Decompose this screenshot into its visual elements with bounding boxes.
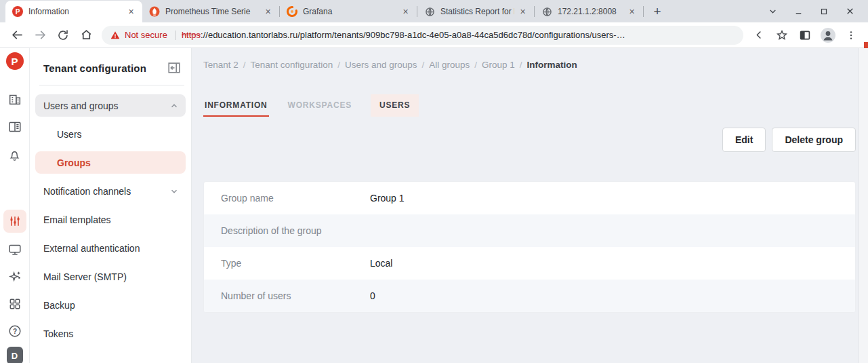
browser-tab-grafana[interactable]: Grafana × bbox=[280, 1, 417, 22]
sidebar-item-external-authentication[interactable]: External authentication bbox=[35, 237, 186, 259]
content-tabs: INFORMATION WORKSPACES USERS bbox=[203, 94, 436, 117]
browser-tab-strip: P Information × Prometheus Time Serie × … bbox=[0, 0, 868, 22]
collapse-sidebar-icon[interactable] bbox=[167, 60, 182, 75]
profile-avatar-icon[interactable] bbox=[819, 26, 838, 45]
breadcrumb-item[interactable]: Tenant 2 bbox=[203, 60, 239, 70]
sidebar: Tenant configuration Users and groups Us… bbox=[30, 48, 192, 363]
group-details-table: Group name Group 1 Description of the gr… bbox=[203, 181, 856, 313]
kebab-menu-icon[interactable] bbox=[842, 26, 861, 45]
close-icon[interactable]: × bbox=[125, 6, 137, 18]
address-bar[interactable]: Not secure https ://education.tantorlabs… bbox=[102, 26, 743, 45]
sliders-icon[interactable] bbox=[3, 210, 26, 233]
browser-tab-statistics[interactable]: Statistics Report for H × bbox=[417, 1, 534, 22]
sidebar-item-mail-server-smtp[interactable]: Mail Server (SMTP) bbox=[35, 265, 186, 288]
tab-workspaces[interactable]: WORKSPACES bbox=[287, 94, 353, 117]
security-status[interactable]: Not secure bbox=[125, 30, 167, 40]
maximize-icon[interactable] bbox=[811, 0, 837, 22]
tab-users[interactable]: USERS bbox=[371, 94, 419, 117]
star-icon[interactable] bbox=[772, 26, 791, 45]
sidebar-item-groups[interactable]: Groups bbox=[35, 151, 186, 174]
browser-toolbar: Not secure https ://education.tantorlabs… bbox=[0, 22, 868, 48]
sidebar-item-email-templates[interactable]: Email templates bbox=[35, 208, 186, 231]
monitor-icon[interactable] bbox=[6, 241, 24, 259]
row-label: Number of users bbox=[204, 290, 370, 301]
table-row: Number of users 0 bbox=[204, 280, 855, 312]
sidebar-item-backup[interactable]: Backup bbox=[35, 294, 186, 316]
breadcrumb-current: Information bbox=[527, 60, 577, 70]
breadcrumb-item[interactable]: Group 1 bbox=[482, 60, 515, 70]
browser-window: P Information × Prometheus Time Serie × … bbox=[0, 0, 868, 363]
home-icon[interactable] bbox=[76, 25, 96, 45]
browser-tab-ip-address[interactable]: 172.21.1.2:8008 × bbox=[535, 1, 643, 22]
chevron-up-icon bbox=[169, 101, 179, 111]
delete-group-button[interactable]: Delete group bbox=[772, 128, 856, 152]
close-icon[interactable]: × bbox=[517, 6, 529, 18]
breadcrumb-item[interactable]: Users and groups bbox=[345, 60, 417, 70]
tantor-logo-icon[interactable]: P bbox=[6, 52, 24, 70]
table-row: Type Local bbox=[204, 247, 855, 280]
breadcrumb-item[interactable]: All groups bbox=[429, 60, 470, 70]
main-content: Tenant 2/ Tenant configuration/ Users an… bbox=[192, 48, 868, 363]
browser-tab-prometheus[interactable]: Prometheus Time Serie × bbox=[142, 1, 279, 22]
share-icon[interactable] bbox=[749, 26, 768, 45]
browser-tab-information[interactable]: P Information × bbox=[5, 1, 142, 22]
forward-icon[interactable] bbox=[30, 25, 50, 45]
tab-title: 172.21.1.2:8008 bbox=[558, 7, 623, 16]
tantor-logo-icon: P bbox=[12, 6, 23, 17]
sidebar-item-notification-channels[interactable]: Notification channels bbox=[35, 180, 186, 202]
window-close-icon[interactable] bbox=[837, 0, 863, 22]
grafana-icon bbox=[287, 6, 297, 17]
svg-text:?: ? bbox=[12, 328, 16, 335]
row-value: 0 bbox=[370, 290, 375, 301]
tab-title: Information bbox=[28, 7, 123, 16]
warning-triangle-icon[interactable] bbox=[110, 30, 121, 41]
apps-grid-icon[interactable] bbox=[6, 295, 24, 313]
window-controls bbox=[760, 0, 868, 22]
omnibox-separator bbox=[175, 31, 176, 40]
tab-search-chevron-icon[interactable] bbox=[760, 0, 785, 22]
globe-icon bbox=[541, 6, 552, 17]
buildings-icon[interactable] bbox=[6, 90, 24, 108]
sidebar-item-users-and-groups[interactable]: Users and groups bbox=[35, 94, 186, 117]
help-icon[interactable]: ? bbox=[6, 322, 24, 340]
sidebar-title: Tenant configuration bbox=[43, 62, 146, 74]
prometheus-icon bbox=[149, 6, 160, 17]
reload-icon[interactable] bbox=[53, 25, 73, 45]
tab-title: Prometheus Time Serie bbox=[165, 7, 260, 16]
tab-divider bbox=[643, 6, 644, 17]
url-text: ://education.tantorlabs.ru/platform/tena… bbox=[201, 30, 625, 40]
row-label: Type bbox=[204, 258, 370, 269]
breadcrumb: Tenant 2/ Tenant configuration/ Users an… bbox=[203, 60, 577, 70]
minimize-icon[interactable] bbox=[785, 0, 811, 22]
breadcrumb-item[interactable]: Tenant configuration bbox=[251, 60, 333, 70]
edit-button[interactable]: Edit bbox=[722, 128, 766, 152]
bell-icon[interactable] bbox=[6, 146, 24, 164]
back-icon[interactable] bbox=[7, 25, 27, 45]
close-icon[interactable]: × bbox=[262, 6, 274, 18]
close-icon[interactable]: × bbox=[400, 6, 411, 18]
tab-title: Grafana bbox=[303, 7, 397, 16]
side-panel-icon[interactable] bbox=[795, 26, 814, 45]
row-value: Group 1 bbox=[370, 193, 405, 204]
close-icon[interactable]: × bbox=[626, 6, 638, 18]
sidebar-item-tokens[interactable]: Tokens bbox=[35, 322, 186, 345]
sparkles-icon[interactable] bbox=[6, 268, 24, 286]
docs-book-icon[interactable] bbox=[6, 118, 24, 136]
sidebar-item-users[interactable]: Users bbox=[35, 123, 186, 145]
row-value: Local bbox=[370, 258, 392, 269]
chevron-down-icon bbox=[169, 187, 179, 196]
url-protocol: https bbox=[182, 30, 201, 40]
row-label: Group name bbox=[204, 193, 370, 204]
tab-title: Statistics Report for H bbox=[440, 7, 514, 16]
tab-information[interactable]: INFORMATION bbox=[203, 94, 269, 117]
globe-icon bbox=[424, 6, 435, 17]
page-scrollbar[interactable] bbox=[859, 48, 868, 363]
row-label: Description of the group bbox=[204, 225, 370, 236]
table-row: Group name Group 1 bbox=[204, 182, 855, 214]
red-edge-notch bbox=[864, 42, 868, 48]
new-tab-button[interactable]: + bbox=[648, 2, 667, 21]
app-icon-rail: P ? D bbox=[0, 48, 30, 363]
table-row: Description of the group bbox=[204, 214, 855, 247]
action-buttons: Edit Delete group bbox=[716, 128, 856, 152]
user-avatar[interactable]: D bbox=[6, 347, 24, 363]
